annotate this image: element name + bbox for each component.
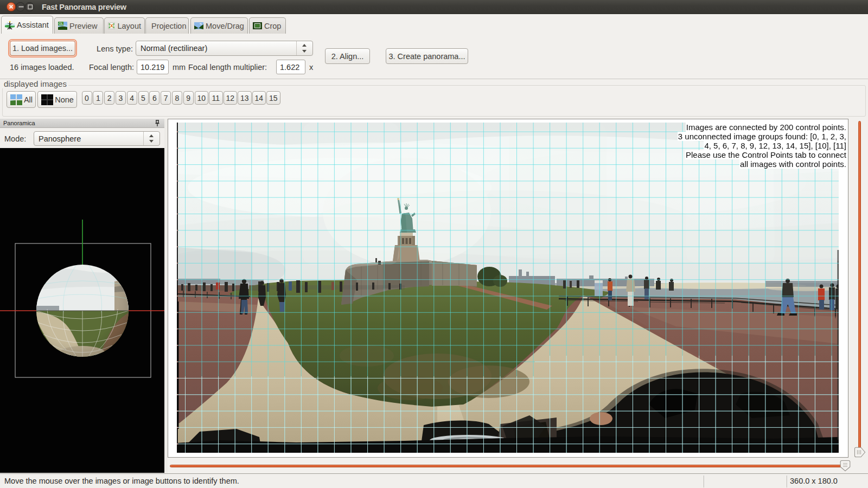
svg-text:GL: GL: [59, 22, 63, 25]
